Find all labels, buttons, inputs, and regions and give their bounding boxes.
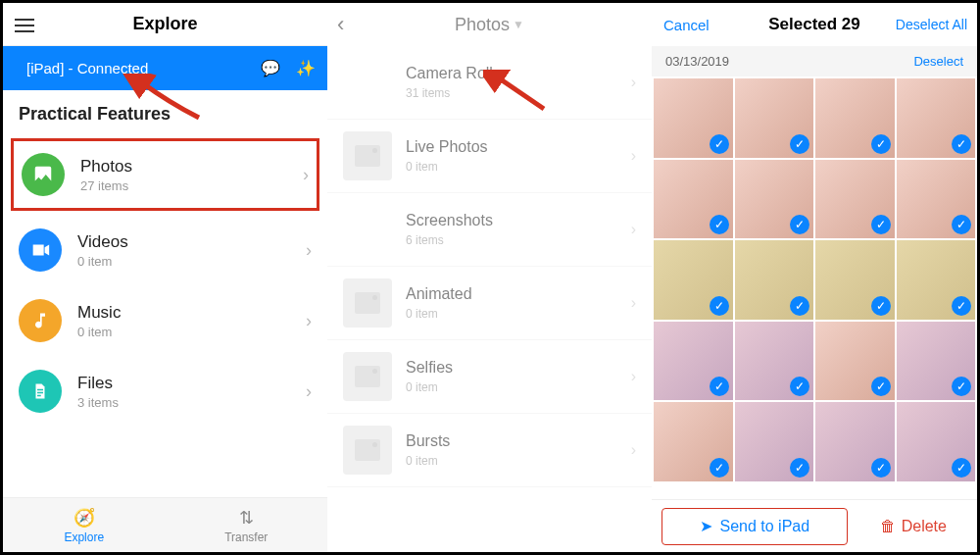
check-icon: ✓ — [790, 458, 809, 478]
files-icon — [19, 370, 62, 413]
photos-icon — [22, 153, 65, 196]
chevron-right-icon: › — [306, 381, 312, 402]
photos-title: Photos — [455, 15, 510, 35]
tab-explore[interactable]: 🧭 Explore — [3, 498, 166, 552]
photos-panel: ‹ Photos ▼ Camera Roll31 items › Live Ph… — [327, 3, 652, 552]
check-icon: ✓ — [871, 296, 891, 316]
action-bar: ➤ Send to iPad 🗑 Delete — [652, 499, 977, 552]
feature-videos[interactable]: Videos 0 item › — [3, 215, 327, 285]
magic-icon[interactable]: ✨ — [296, 59, 316, 77]
photo-thumb[interactable]: ✓ — [654, 160, 733, 239]
device-banner[interactable]: [iPad] - Connected 💬 ✨ — [3, 46, 327, 90]
selected-title: Selected 29 — [768, 15, 860, 34]
album-thumb — [343, 278, 392, 328]
videos-icon — [19, 228, 62, 272]
check-icon: ✓ — [710, 377, 729, 396]
check-icon: ✓ — [710, 458, 729, 478]
photo-thumb[interactable]: ✓ — [735, 240, 814, 320]
check-icon: ✓ — [790, 215, 809, 234]
chevron-right-icon: › — [306, 240, 312, 261]
banner-icons: 💬 ✨ — [261, 59, 316, 77]
album-label: Selfies — [406, 359, 453, 377]
trash-icon: 🗑 — [880, 518, 896, 535]
chevron-right-icon: › — [306, 311, 312, 331]
chevron-down-icon[interactable]: ▼ — [513, 18, 524, 31]
date-label: 03/13/2019 — [665, 54, 729, 69]
check-icon: ✓ — [871, 134, 891, 154]
album-sub: 0 item — [406, 160, 488, 174]
chevron-right-icon: › — [631, 294, 636, 312]
selection-panel: Cancel Selected 29 Deselect All 03/13/20… — [652, 3, 977, 552]
album-sub: 0 item — [406, 307, 472, 321]
album-camera-roll[interactable]: Camera Roll31 items › — [327, 46, 652, 120]
photo-thumb[interactable]: ✓ — [815, 402, 895, 481]
delete-label: Delete — [902, 518, 947, 535]
chevron-right-icon: › — [631, 147, 636, 165]
tab-label: Explore — [64, 530, 104, 544]
feature-list: Photos 27 items › Videos 0 item › — [3, 134, 327, 427]
photo-thumb[interactable]: ✓ — [654, 322, 733, 401]
check-icon: ✓ — [790, 377, 809, 396]
album-screenshots[interactable]: Screenshots6 items › — [327, 193, 652, 267]
album-sub: 0 item — [406, 454, 450, 468]
photo-thumb[interactable]: ✓ — [815, 240, 895, 320]
photo-thumb[interactable]: ✓ — [897, 240, 976, 320]
photo-thumb[interactable]: ✓ — [654, 240, 733, 320]
check-icon: ✓ — [952, 215, 971, 234]
menu-icon[interactable] — [15, 15, 34, 36]
album-bursts[interactable]: Bursts0 item › — [327, 414, 652, 487]
photo-thumb[interactable]: ✓ — [735, 322, 814, 401]
chevron-right-icon: › — [631, 221, 636, 238]
chat-icon[interactable]: 💬 — [261, 59, 280, 77]
album-sub: 6 items — [406, 233, 493, 247]
photo-grid: ✓ ✓ ✓ ✓ ✓ ✓ ✓ ✓ ✓ ✓ ✓ ✓ ✓ ✓ ✓ ✓ ✓ ✓ ✓ ✓ — [652, 76, 977, 499]
check-icon: ✓ — [790, 296, 809, 316]
photo-thumb[interactable]: ✓ — [735, 402, 814, 481]
transfer-icon: ⇅ — [239, 507, 254, 529]
send-to-ipad-button[interactable]: ➤ Send to iPad — [662, 508, 848, 545]
feature-label: Files — [77, 374, 119, 393]
feature-sub: 0 item — [77, 254, 128, 269]
photo-thumb[interactable]: ✓ — [897, 78, 976, 158]
photo-thumb[interactable]: ✓ — [815, 160, 895, 239]
photo-thumb[interactable]: ✓ — [735, 160, 814, 239]
feature-music[interactable]: Music 0 item › — [3, 285, 327, 356]
explore-title: Explore — [132, 14, 197, 34]
photo-thumb[interactable]: ✓ — [654, 402, 733, 481]
compass-icon: 🧭 — [74, 507, 95, 529]
check-icon: ✓ — [710, 296, 729, 316]
cancel-button[interactable]: Cancel — [663, 17, 710, 33]
tab-label: Transfer — [224, 530, 268, 544]
feature-label: Videos — [77, 232, 128, 252]
tab-transfer[interactable]: ⇅ Transfer — [166, 498, 328, 552]
album-selfies[interactable]: Selfies0 item › — [327, 340, 652, 414]
feature-label: Photos — [80, 157, 132, 177]
check-icon: ✓ — [952, 296, 971, 316]
delete-button[interactable]: 🗑 Delete — [859, 508, 967, 545]
send-label: Send to iPad — [720, 518, 810, 535]
photo-thumb[interactable]: ✓ — [897, 160, 976, 239]
deselect-button[interactable]: Deselect — [913, 54, 963, 69]
feature-files[interactable]: Files 3 items › — [3, 356, 327, 427]
album-animated[interactable]: Animated0 item › — [327, 267, 652, 340]
album-list: Camera Roll31 items › Live Photos0 item … — [327, 46, 652, 487]
photo-thumb[interactable]: ✓ — [815, 78, 895, 158]
feature-sub: 3 items — [77, 395, 119, 410]
chevron-right-icon: › — [631, 441, 636, 459]
photo-thumb[interactable]: ✓ — [654, 78, 733, 158]
explore-header: Explore — [3, 3, 327, 46]
album-live-photos[interactable]: Live Photos0 item › — [327, 120, 652, 193]
photo-thumb[interactable]: ✓ — [735, 78, 814, 158]
back-icon[interactable]: ‹ — [337, 12, 344, 37]
deselect-all-button[interactable]: Deselect All — [896, 17, 967, 32]
check-icon: ✓ — [790, 134, 809, 154]
photo-thumb[interactable]: ✓ — [815, 322, 895, 401]
photos-header: ‹ Photos ▼ — [327, 3, 652, 46]
bottom-tabs: 🧭 Explore ⇅ Transfer — [3, 497, 327, 552]
selection-header: Cancel Selected 29 Deselect All — [652, 3, 977, 46]
photo-thumb[interactable]: ✓ — [897, 322, 976, 401]
feature-photos[interactable]: Photos 27 items › — [11, 138, 319, 211]
photo-thumb[interactable]: ✓ — [897, 402, 976, 481]
explore-panel: Explore [iPad] - Connected 💬 ✨ Practical… — [3, 3, 327, 552]
album-label: Bursts — [406, 432, 450, 450]
